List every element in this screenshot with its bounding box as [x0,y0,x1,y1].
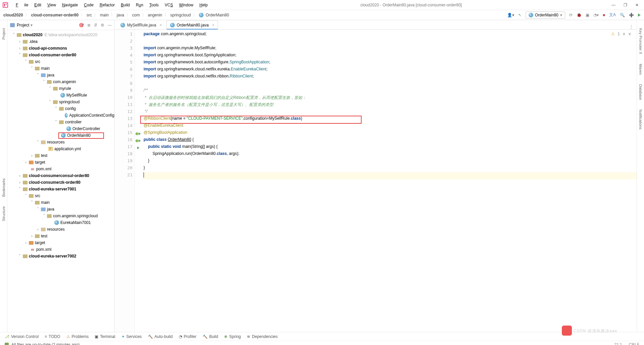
tab-myselfrule[interactable]: MySelfRule.java× [117,20,166,29]
tree-item[interactable]: cloud-api-commons [29,46,67,51]
tree-item[interactable]: test [41,153,47,158]
tree-item[interactable]: OrderController [72,126,100,131]
tree-item[interactable]: main [41,66,50,71]
gutter-run-icon[interactable] [136,139,138,142]
run-config-dropdown[interactable]: OrderMain80 ▾ [526,11,565,19]
profile-button-icon[interactable]: ◔▾ [593,13,599,17]
crumb-5[interactable]: com [132,13,140,17]
rail-bookmarks[interactable]: Bookmarks [2,178,6,197]
status-line-ending[interactable]: CRLF [629,342,639,345]
menu-help[interactable]: Help [196,1,211,9]
tool-auto-build[interactable]: 🔨Auto-build [148,334,173,339]
rail-key-promoter[interactable]: Key Promoter X [639,28,643,54]
rail-maven[interactable]: Maven [639,64,643,75]
settings-gear-icon[interactable]: ⚙ [101,23,104,27]
tree-item[interactable]: src [35,59,40,64]
tree-item[interactable]: target [35,240,45,245]
tree-item[interactable]: test [41,234,47,238]
tree-item[interactable]: com.angenin.springcloud [53,214,98,218]
menu-navigate[interactable]: Navigate [59,1,81,9]
tree-item[interactable]: main [41,200,50,205]
crumb-1[interactable]: cloud-consumer-order80 [31,13,78,17]
tab-ordermain80[interactable]: OrderMain80.java× [166,20,218,29]
rail-notifications[interactable]: Notifications [639,109,643,129]
tree-item[interactable]: application.yml [54,147,81,151]
rail-database[interactable]: Database [639,84,643,100]
menu-window[interactable]: Window [176,1,197,9]
tree-item[interactable]: cloud-consumerconsul-order80 [29,173,89,178]
menu-code[interactable]: Code [81,1,97,9]
tree-item[interactable]: MySelfRule [66,93,87,98]
menu-view[interactable]: View [44,1,59,9]
inspection-widget[interactable]: ⚠1∧∨ [611,32,631,36]
tree-item[interactable]: cloud-eureka-server7001 [29,187,76,191]
tree-item[interactable]: java [47,207,54,212]
project-tree[interactable]: ˅cloud2020E:\idea-workspace\cloud2020 ›.… [7,30,114,332]
expand-all-icon[interactable]: ≣ [87,23,91,27]
project-view-dropdown[interactable]: ▾ [31,23,33,27]
menu-file[interactable]: File [13,1,31,9]
crumb-8[interactable]: OrderMain80 [206,13,229,17]
crumb-7[interactable]: springcloud [170,13,191,17]
tree-item[interactable]: .idea [29,39,38,44]
back-arrow-icon[interactable]: ↖ [518,13,522,17]
select-opened-file-icon[interactable]: 🎯 [79,23,84,27]
gutter-play-icon[interactable] [139,132,141,135]
tree-item[interactable]: ApplicationContextConfig [69,113,114,118]
tool-spring[interactable]: ❀Spring [224,334,241,339]
tree-item[interactable]: EurekaMain7001 [60,220,91,225]
tab-more-icon[interactable]: ⋮ [629,24,633,29]
tree-item[interactable]: pom.xml [36,247,51,252]
crumb-0[interactable]: cloud2020 [3,13,23,17]
run-button-icon[interactable]: ⟳ [569,13,573,17]
tool-problems[interactable]: ⚠Problems [66,334,89,339]
tree-item-ordermain80[interactable]: OrderMain80 [67,133,91,138]
tool-services[interactable]: ✦Services [121,334,142,339]
tree-item[interactable]: pom.xml [36,167,51,171]
crumb-4[interactable]: java [117,13,124,17]
search-icon[interactable]: 🔍 [620,13,625,17]
stop-button-icon[interactable]: ■ [603,13,605,17]
menu-edit[interactable]: Edit [31,1,44,9]
vcs-status-icon[interactable] [5,343,9,345]
code-editor[interactable]: ⚠1∧∨ package com.angenin.springcloud; im… [142,30,637,332]
crumb-2[interactable]: src [87,13,92,17]
rail-structure[interactable]: Structure [2,206,6,221]
close-icon[interactable]: ✕ [635,3,639,7]
tree-item[interactable]: java [47,73,54,77]
close-icon[interactable]: × [160,23,162,27]
nav-down-icon[interactable]: ∨ [628,32,631,36]
minimize-icon[interactable]: — [611,3,615,7]
maximize-icon[interactable]: ❐ [624,3,627,7]
gutter-run-icon[interactable] [136,132,138,135]
crumb-3[interactable]: main [100,13,109,17]
collapse-split-icon[interactable]: ⇵ [94,23,97,27]
add-user-icon[interactable]: 👤▾ [507,13,514,17]
tool-version-control[interactable]: ⎇Version Control [5,334,39,339]
tree-item[interactable]: resources [47,140,65,145]
tree-item[interactable]: myrule [59,86,71,91]
tree-item[interactable]: controller [65,120,82,124]
tree-item[interactable]: resources [47,227,65,232]
coverage-button-icon[interactable]: ▣ [586,13,589,17]
gutter-play-icon[interactable] [137,147,140,149]
gutter-play-icon[interactable] [139,139,141,142]
tree-item[interactable]: springcloud [59,100,79,104]
tree-item[interactable]: com.angenin [53,79,76,84]
tool-profiler[interactable]: ◔Profiler [179,334,197,339]
tool-todo[interactable]: ≡TODO [45,334,60,339]
tool-terminal[interactable]: ▣Terminal [95,334,115,339]
menu-tools[interactable]: Tools [146,1,162,9]
tree-item[interactable]: target [35,160,45,165]
crumb-6[interactable]: angenin [148,13,162,17]
tool-build[interactable]: 🔨Build [203,334,218,339]
menu-vcs[interactable]: VCS [162,1,176,9]
debug-button-icon[interactable]: 🐞 [577,13,582,17]
tree-item[interactable]: cloud-eureka-server7002 [29,254,76,258]
play-icon[interactable] [638,13,641,17]
breadcrumb[interactable]: cloud2020〉 cloud-consumer-order80〉 src〉 … [3,12,229,18]
close-icon[interactable]: × [212,23,214,27]
nav-up-icon[interactable]: ∧ [623,32,626,36]
tree-item[interactable]: cloud-consumerzk-order80 [29,180,80,185]
menu-run[interactable]: Run [133,1,146,9]
